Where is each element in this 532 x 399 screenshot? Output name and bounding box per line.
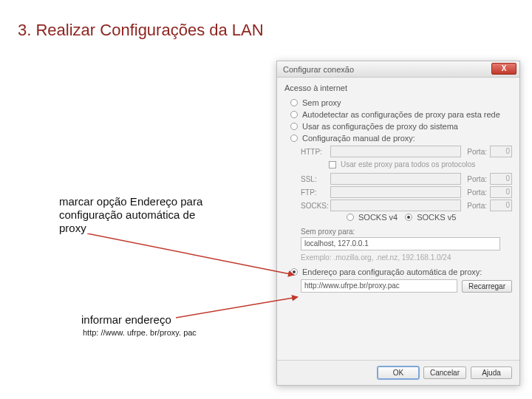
field-label: SOCKS: <box>301 202 327 210</box>
socks-version-row: SOCKS v4 SOCKS v5 <box>347 213 512 222</box>
socks-input[interactable] <box>330 200 461 211</box>
proxy-dialog: Configurar conexão X Acesso à internet S… <box>276 61 520 386</box>
ftp-row: FTP: Porta: 0 <box>301 186 512 198</box>
http-row: HTTP: Porta: 0 <box>301 146 512 157</box>
dialog-title: Configurar conexão <box>283 65 354 74</box>
option-label: SOCKS v4 <box>358 213 398 222</box>
socks-port-input[interactable]: 0 <box>490 200 512 211</box>
ok-button[interactable]: OK <box>378 366 419 379</box>
option-label: Endereço para configuração automática de… <box>302 267 482 276</box>
option-manual-proxy[interactable]: Configuração manual de proxy: <box>284 132 512 144</box>
dialog-button-bar: OK Cancelar Ajuda <box>277 360 519 385</box>
option-system-proxy[interactable]: Usar as configurações de proxy do sistem… <box>284 120 512 132</box>
annotation-enter-address-sub: http: //www. ufrpe. br/proxy. pac <box>83 328 197 337</box>
svg-line-0 <box>87 233 294 275</box>
pac-url-input[interactable]: http://www.ufrpe.br/proxy.pac <box>301 279 457 293</box>
annotation-mark-option: marcar opção Endereço para configuração … <box>59 195 222 235</box>
port-label: Porta: <box>467 148 487 156</box>
socks-row: SOCKS: Porta: 0 <box>301 200 512 211</box>
ftp-input[interactable] <box>330 186 461 198</box>
radio-icon <box>347 214 354 221</box>
noproxy-example: Exemplo: .mozilla.org, .net.nz, 192.168.… <box>301 253 512 262</box>
help-button[interactable]: Ajuda <box>471 366 512 379</box>
field-label: FTP: <box>301 188 327 197</box>
ssl-row: SSL: Porta: 0 <box>301 173 512 185</box>
option-label: SOCKS v5 <box>417 213 456 222</box>
field-label: SSL: <box>301 175 327 183</box>
radio-icon <box>290 99 298 106</box>
reload-button[interactable]: Recarregar <box>462 280 512 293</box>
noproxy-label: Sem proxy para: <box>284 225 512 237</box>
radio-icon <box>290 123 298 130</box>
manual-proxy-fields: HTTP: Porta: 0 Usar este proxy para todo… <box>284 146 512 222</box>
dialog-titlebar: Configurar conexão X <box>277 61 519 78</box>
slide-title: 3. Realizar Configurações da LAN <box>18 21 264 40</box>
http-input[interactable] <box>330 146 461 157</box>
ftp-port-input[interactable]: 0 <box>490 186 512 198</box>
field-label: HTTP: <box>301 148 327 156</box>
ssl-input[interactable] <box>330 173 461 185</box>
option-label: Configuração manual de proxy: <box>302 134 415 143</box>
same-proxy-row[interactable]: Usar este proxy para todos os protocolos <box>301 159 512 171</box>
radio-icon <box>290 111 298 118</box>
section-label: Acesso à internet <box>284 83 512 92</box>
option-autodetect[interactable]: Autodetectar as configurações de proxy p… <box>284 109 512 120</box>
cancel-button[interactable]: Cancelar <box>423 366 466 379</box>
radio-icon <box>405 214 412 221</box>
http-port-input[interactable]: 0 <box>490 146 512 157</box>
option-label: Autodetectar as configurações de proxy p… <box>302 110 500 119</box>
pac-row: http://www.ufrpe.br/proxy.pac Recarregar <box>301 279 512 293</box>
option-label: Usar as configurações de proxy do sistem… <box>302 122 458 131</box>
port-label: Porta: <box>467 188 487 197</box>
checkbox-icon <box>329 161 336 168</box>
socks-v5-option[interactable]: SOCKS v5 <box>405 213 456 222</box>
arrow-icon <box>87 233 301 278</box>
dialog-body: Acesso à internet Sem proxy Autodetectar… <box>277 78 519 360</box>
ssl-port-input[interactable]: 0 <box>490 173 512 185</box>
option-pac[interactable]: Endereço para configuração automática de… <box>284 266 512 278</box>
annotation-enter-address: informar endereço <box>81 313 171 326</box>
close-button[interactable]: X <box>491 63 516 75</box>
noproxy-input[interactable]: localhost, 127.0.0.1 <box>301 237 500 250</box>
checkbox-label: Usar este proxy para todos os protocolos <box>341 160 475 168</box>
port-label: Porta: <box>467 202 487 210</box>
option-label: Sem proxy <box>302 98 341 107</box>
socks-v4-option[interactable]: SOCKS v4 <box>347 213 398 222</box>
radio-icon <box>290 134 298 142</box>
radio-icon <box>290 268 298 276</box>
option-no-proxy[interactable]: Sem proxy <box>284 97 512 109</box>
port-label: Porta: <box>467 175 487 183</box>
